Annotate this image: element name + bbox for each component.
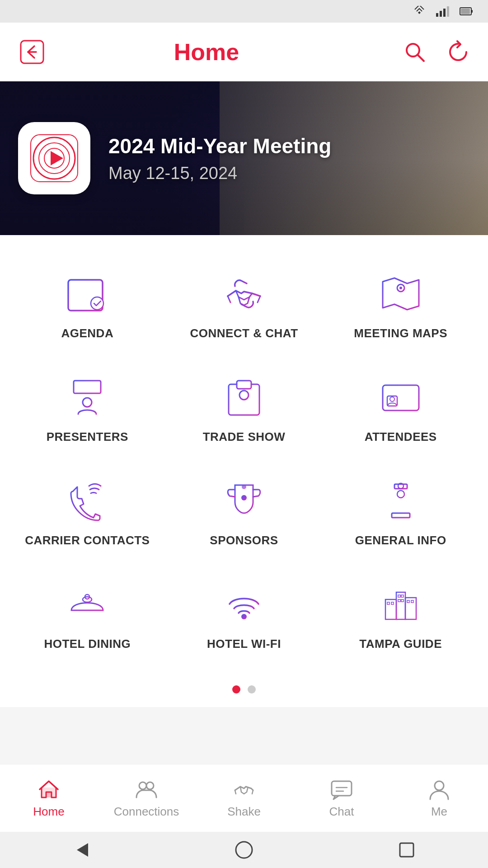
tampa-guide-button[interactable]: TAMPA GUIDE [322,564,479,667]
svg-rect-58 [396,592,405,619]
page-dot-1[interactable] [232,685,240,693]
meeting-maps-icon [374,271,428,316]
connect-chat-icon [217,271,271,316]
svg-rect-29 [74,381,101,393]
hotel-wifi-icon [217,582,271,627]
event-title: 2024 Mid-Year Meeting [108,134,331,158]
header-actions [401,38,472,66]
carrier-contacts-icon [60,478,114,524]
me-icon [427,778,451,801]
chat-icon [330,778,353,801]
svg-point-57 [241,614,247,619]
signal-icon [435,6,451,17]
connect-chat-button[interactable]: CONNECT & CHAT [166,253,323,357]
nav-home-label: Home [33,805,64,819]
nav-connections[interactable]: Connections [98,764,195,832]
svg-point-73 [146,782,154,789]
refresh-button[interactable] [445,38,472,66]
general-info-icon [374,478,428,524]
pagination [0,676,488,707]
home-icon [37,778,61,801]
svg-rect-80 [400,843,413,857]
sponsors-label: SPONSORS [210,533,278,547]
svg-rect-33 [237,381,251,389]
app-logo [18,122,90,194]
wifi-status-icon [411,6,427,17]
svg-point-40 [390,397,394,401]
presenters-button[interactable]: PRESENTERS [9,357,166,460]
svg-rect-68 [391,602,394,604]
presenters-icon [60,375,114,420]
nav-chat-label: Chat [329,805,354,819]
event-date: May 12-15, 2024 [108,164,331,183]
page-title: Home [12,38,401,66]
search-button[interactable] [401,38,428,66]
attendees-label: ATTENDEES [365,430,437,444]
nav-chat[interactable]: Chat [293,764,390,832]
header: Home [0,23,488,81]
svg-rect-2 [443,9,446,17]
meeting-maps-button[interactable]: MEETING MAPS [322,253,479,357]
home-nav-button[interactable] [233,839,255,861]
carrier-contacts-button[interactable]: CARRIER CONTACTS [9,460,166,564]
svg-point-28 [399,287,402,289]
banner: 2024 Mid-Year Meeting May 12-15, 2024 [0,81,488,235]
general-info-button[interactable]: GENERAL INFO [322,460,479,564]
svg-rect-66 [401,599,404,602]
svg-rect-50 [392,513,410,518]
svg-rect-3 [447,6,449,17]
status-bar [0,0,488,23]
banner-content: 2024 Mid-Year Meeting May 12-15, 2024 [108,134,331,183]
agenda-label: AGENDA [61,326,113,340]
svg-rect-0 [436,13,438,17]
battery-icon [458,6,474,17]
svg-marker-78 [77,843,88,857]
bottom-nav: Home Connections Shake Chat [0,764,488,832]
svg-rect-67 [387,602,389,604]
svg-line-10 [418,55,424,61]
svg-point-23 [91,297,103,310]
svg-rect-1 [440,11,442,17]
page-dot-2[interactable] [248,685,256,693]
presenters-label: PRESENTERS [47,430,128,444]
svg-point-34 [239,391,249,400]
svg-rect-74 [332,781,352,796]
nav-me[interactable]: Me [390,764,488,832]
tampa-guide-icon [374,582,428,627]
grid-section: AGENDA CONNECT & CHAT [0,235,488,676]
hotel-wifi-label: HOTEL WI-FI [207,637,281,651]
svg-rect-70 [411,600,413,603]
nav-shake[interactable]: Shake [195,764,293,832]
svg-point-47 [242,485,246,489]
hotel-dining-button[interactable]: HOTEL DINING [9,564,166,667]
svg-point-79 [236,842,252,858]
people-icon [135,778,158,801]
sponsors-button[interactable]: SPONSORS [166,460,323,564]
svg-point-72 [139,782,146,789]
recents-nav-button[interactable] [395,839,418,861]
connect-chat-label: CONNECT & CHAT [190,326,298,340]
agenda-icon [60,271,114,316]
sponsors-icon [217,478,271,524]
meeting-maps-label: MEETING MAPS [354,326,447,340]
nav-shake-label: Shake [227,805,261,819]
svg-rect-5 [471,10,473,13]
hotel-dining-icon [60,582,114,627]
tampa-guide-label: TAMPA GUIDE [359,637,442,651]
svg-rect-71 [46,792,52,797]
nav-me-label: Me [431,805,447,819]
trade-show-icon [217,375,271,420]
trade-show-label: TRADE SHOW [203,430,286,444]
nav-home[interactable]: Home [0,764,98,832]
trade-show-button[interactable]: TRADE SHOW [166,357,323,460]
svg-point-46 [241,495,247,500]
svg-rect-6 [461,9,470,14]
attendees-icon [374,375,428,420]
svg-rect-65 [398,599,400,602]
back-nav-button[interactable] [70,839,93,861]
agenda-button[interactable]: AGENDA [9,253,166,357]
carrier-contacts-label: CARRIER CONTACTS [25,533,150,547]
svg-rect-63 [398,595,400,597]
attendees-button[interactable]: ATTENDEES [322,357,479,460]
hotel-wifi-button[interactable]: HOTEL WI-FI [166,564,323,667]
